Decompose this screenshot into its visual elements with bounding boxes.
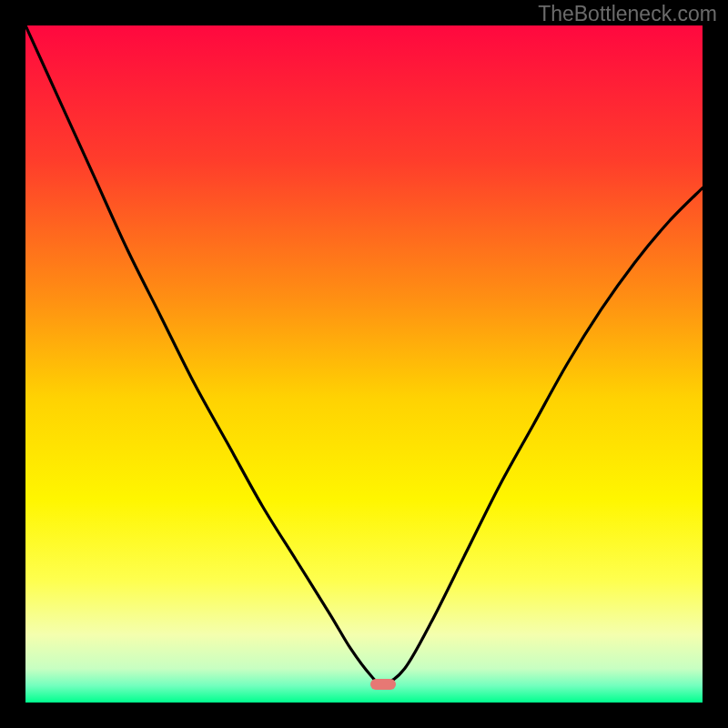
- plot-area: [25, 25, 703, 703]
- bottleneck-curve: [25, 25, 703, 703]
- chart-container: TheBottleneck.com: [0, 0, 728, 728]
- optimal-marker: [370, 679, 396, 690]
- watermark-text: TheBottleneck.com: [538, 2, 717, 26]
